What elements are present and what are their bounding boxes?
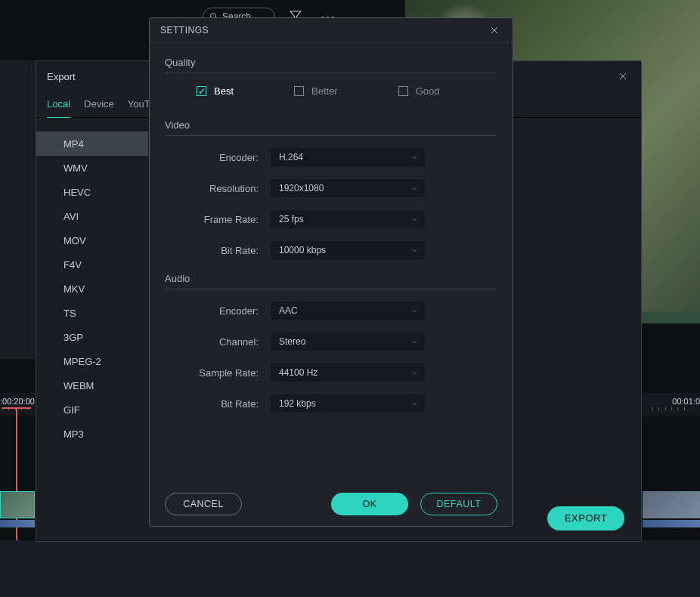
ruler-ticks: ı ı ı ı ı	[2, 405, 33, 414]
settings-title: SETTINGS	[160, 25, 209, 36]
video-bitrate-select[interactable]: 10000 kbps	[271, 241, 425, 259]
format-mpeg2[interactable]: MPEG-2	[36, 349, 148, 373]
audio-encoder-select[interactable]: AAC	[271, 302, 425, 320]
select-value: Stereo	[279, 336, 305, 347]
format-hevc[interactable]: HEVC	[36, 180, 148, 204]
select-value: 1920x1080	[279, 183, 324, 193]
format-f4v[interactable]: F4V	[36, 252, 148, 277]
audio-samplerate-label: Sample Rate:	[165, 367, 271, 379]
ruler-ticks: ı ı ı ı ı ı	[652, 405, 697, 414]
format-webm[interactable]: WEBM	[36, 373, 148, 397]
video-bitrate-label: Bit Rate:	[165, 245, 271, 256]
video-framerate-label: Frame Rate:	[165, 214, 271, 225]
close-icon[interactable]	[487, 23, 502, 38]
select-value: AAC	[279, 305, 298, 316]
format-mkv[interactable]: MKV	[36, 277, 148, 301]
audio-encoder-label: Encoder:	[165, 305, 271, 317]
video-encoder-label: Encoder:	[165, 152, 271, 163]
quality-label: Better	[311, 85, 338, 97]
video-section-label: Video	[165, 119, 497, 136]
audio-bitrate-select[interactable]: 192 kbps	[271, 394, 425, 413]
audio-samplerate-select[interactable]: 44100 Hz	[271, 363, 425, 382]
format-gif[interactable]: GIF	[36, 397, 148, 422]
settings-dialog: SETTINGS Quality Best Better Good Video …	[149, 17, 513, 527]
tab-device[interactable]: Device	[84, 98, 114, 119]
chevron-down-icon	[411, 185, 418, 192]
format-3gp[interactable]: 3GP	[36, 325, 148, 349]
quality-best[interactable]: Best	[197, 85, 234, 97]
select-value: 25 fps	[279, 214, 304, 224]
quality-options: Best Better Good	[165, 85, 497, 97]
format-mp4[interactable]: MP4	[36, 131, 148, 156]
format-mov[interactable]: MOV	[36, 228, 148, 252]
tab-local[interactable]: Local	[47, 98, 70, 119]
video-resolution-select[interactable]: 1920x1080	[271, 179, 425, 197]
settings-header: SETTINGS	[150, 18, 513, 43]
chevron-down-icon	[411, 339, 418, 345]
checkbox-icon	[197, 86, 206, 96]
checkbox-icon	[398, 86, 408, 96]
select-value: 44100 Hz	[279, 367, 317, 378]
select-value: 10000 kbps	[279, 245, 326, 255]
chevron-down-icon	[411, 370, 418, 376]
quality-section-label: Quality	[165, 57, 497, 73]
ok-button[interactable]: OK	[331, 493, 408, 515]
format-wmv[interactable]: WMV	[36, 156, 148, 180]
select-value: 192 kbps	[279, 398, 316, 409]
close-icon[interactable]	[615, 69, 630, 84]
chevron-down-icon	[411, 308, 418, 314]
clip-audio[interactable]	[0, 520, 35, 527]
audio-channel-select[interactable]: Stereo	[271, 333, 425, 351]
quality-label: Good	[416, 85, 440, 97]
clip-thumbnail[interactable]	[0, 491, 35, 518]
chevron-down-icon	[411, 216, 418, 223]
quality-good[interactable]: Good	[398, 85, 440, 97]
clip-audio[interactable]	[643, 520, 700, 527]
export-title: Export	[47, 71, 76, 82]
quality-label: Best	[214, 85, 234, 97]
quality-better[interactable]: Better	[294, 85, 338, 97]
chevron-down-icon	[411, 154, 418, 161]
format-mp3[interactable]: MP3	[36, 422, 148, 446]
video-resolution-label: Resolution:	[165, 183, 271, 194]
checkbox-icon	[294, 86, 304, 96]
chevron-down-icon	[411, 247, 418, 254]
audio-channel-label: Channel:	[165, 336, 271, 348]
format-avi[interactable]: AVI	[36, 204, 148, 228]
format-list: MP4 WMV HEVC AVI MOV F4V MKV TS 3GP MPEG…	[36, 118, 148, 494]
select-value: H.264	[279, 152, 303, 162]
cancel-button[interactable]: CANCEL	[165, 493, 242, 515]
clip-thumbnail[interactable]	[643, 491, 700, 518]
settings-footer: CANCEL OK DEFAULT	[165, 493, 497, 515]
audio-section-label: Audio	[165, 273, 497, 289]
format-ts[interactable]: TS	[36, 301, 148, 325]
default-button[interactable]: DEFAULT	[420, 493, 497, 515]
audio-bitrate-label: Bit Rate:	[165, 398, 271, 410]
export-button[interactable]: EXPORT	[547, 506, 624, 530]
chevron-down-icon	[411, 401, 418, 407]
video-framerate-select[interactable]: 25 fps	[271, 210, 425, 228]
video-encoder-select[interactable]: H.264	[271, 148, 425, 166]
